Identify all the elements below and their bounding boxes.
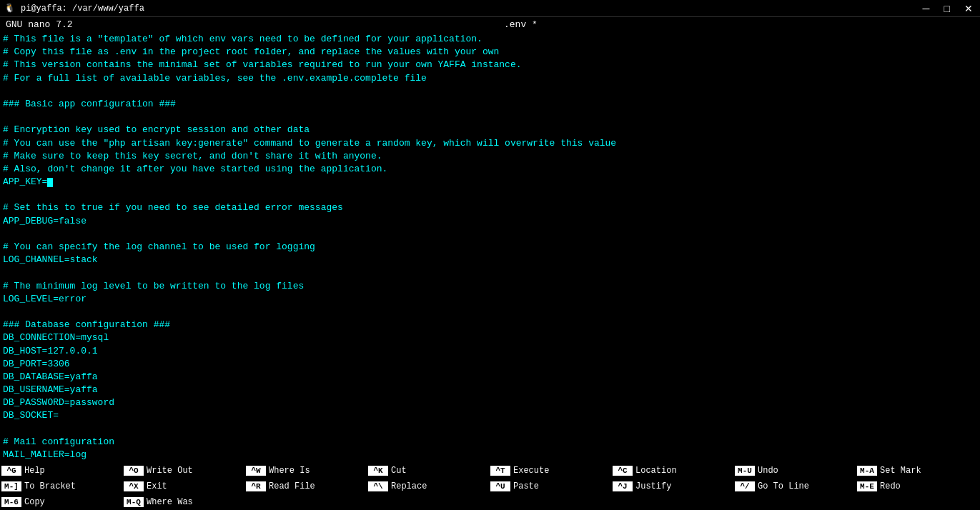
editor-line: DB_USERNAME=yaffa: [3, 384, 98, 395]
shortcut-key: ^W: [246, 466, 266, 476]
editor-line: DB_DATABASE=yaffa: [3, 371, 98, 382]
shortcut-item: ^/Go To Line: [733, 479, 856, 494]
minimize-button[interactable]: ─: [920, 3, 933, 14]
shortcut-label: Read File: [269, 481, 315, 491]
nano-header: GNU nano 7.2 .env *: [0, 17, 980, 31]
shortcut-label: Replace: [391, 481, 427, 491]
shortcut-item: M-UUndo: [733, 463, 856, 479]
shortcut-item: M-ASet Mark: [856, 463, 978, 479]
editor-line: LOG_LEVEL=error: [3, 294, 86, 304]
shortcut-key: ^\: [368, 481, 388, 491]
editor-line: # This file is a "template" of which env…: [3, 34, 482, 44]
editor-line: # Copy this file as .env in the project …: [3, 46, 499, 57]
terminal-icon: 🐧: [4, 3, 15, 14]
shortcut-key: ^/: [735, 481, 755, 491]
title-bar-controls: ─ □ ✕: [920, 3, 976, 14]
title-bar-left: 🐧 pi@yaffa: /var/www/yaffa: [4, 3, 144, 14]
shortcut-key: ^X: [124, 481, 144, 491]
editor-line: ### Basic app configuration ###: [3, 99, 176, 109]
editor-line: MAIL_MAILER=log: [3, 449, 86, 460]
editor-line: APP_KEY=: [3, 176, 53, 187]
shortcut-key: M-Q: [124, 497, 144, 507]
shortcut-item: ^RRead File: [244, 479, 367, 494]
shortcut-label: Redo: [880, 481, 901, 491]
shortcut-item: M-QWhere Was: [122, 494, 244, 510]
shortcut-key: ^U: [490, 481, 510, 491]
shortcut-item: M-ERedo: [856, 479, 978, 494]
shortcut-label: Write Out: [147, 466, 193, 476]
maximize-button[interactable]: □: [941, 3, 953, 14]
shortcut-item: ^GHelp: [0, 463, 122, 479]
shortcut-item: ^KCut: [367, 463, 489, 479]
header-spacer: [969, 19, 974, 30]
editor-line: # This version contains the minimal set …: [3, 59, 522, 70]
nano-version: GNU nano 7.2: [6, 19, 73, 30]
shortcut-item: ^JJustify: [611, 479, 733, 494]
close-button[interactable]: ✕: [961, 3, 976, 14]
editor-line: # Mail configuration: [3, 436, 114, 447]
shortcut-key: ^G: [1, 466, 21, 476]
shortcut-key: M-E: [857, 481, 877, 491]
shortcut-item: ^XExit: [122, 479, 244, 494]
editor-line: DB_CONNECTION=mysql: [3, 332, 109, 343]
editor-line: DB_HOST=127.0.0.1: [3, 346, 98, 356]
shortcut-label: Where Is: [269, 466, 310, 476]
shortcut-label: Copy: [24, 497, 45, 507]
editor-line: # You can specify the log channel to be …: [3, 241, 315, 252]
shortcut-label: Help: [24, 466, 45, 476]
editor-line: # Encryption key used to encrypt session…: [3, 124, 310, 135]
shortcut-key: M-A: [857, 466, 877, 476]
shortcut-label: Where Was: [147, 497, 193, 507]
editor-line: # The minimum log level to be written to…: [3, 281, 304, 291]
shortcut-item: ^CLocation: [611, 463, 733, 479]
shortcut-key: ^O: [124, 466, 144, 476]
shortcut-item: ^WWhere Is: [244, 463, 367, 479]
shortcut-key: ^R: [246, 481, 266, 491]
editor-line: APP_DEBUG=false: [3, 216, 86, 226]
editor-line: DB_PASSWORD=password: [3, 397, 114, 408]
shortcut-item: M-]To Bracket: [0, 479, 122, 494]
shortcut-key: M-U: [735, 466, 755, 476]
editor-line: DB_PORT=3306: [3, 359, 70, 369]
shortcut-key: M-]: [1, 481, 21, 491]
editor-line: # Set this to true if you need to see de…: [3, 202, 343, 213]
shortcut-bar: ^GHelp^OWrite Out^WWhere Is^KCut^TExecut…: [0, 463, 980, 510]
shortcut-label: Go To Line: [758, 481, 809, 491]
shortcut-label: Cut: [391, 466, 407, 476]
title-bar: 🐧 pi@yaffa: /var/www/yaffa ─ □ ✕: [0, 0, 980, 17]
shortcut-label: To Bracket: [24, 481, 76, 491]
editor-line: # Also, don't change it after you have s…: [3, 164, 387, 174]
shortcut-label: Justify: [635, 481, 671, 491]
shortcut-label: Set Mark: [880, 466, 921, 476]
shortcut-item: ^TExecute: [489, 463, 611, 479]
editor-line: # You can use the "php artisan key:gener…: [3, 138, 616, 149]
shortcut-label: Location: [635, 466, 677, 476]
shortcut-key: ^J: [613, 481, 633, 491]
editor-area[interactable]: # This file is a "template" of which env…: [0, 31, 980, 463]
shortcut-item: ^UPaste: [489, 479, 611, 494]
shortcut-label: Paste: [513, 481, 539, 491]
editor-line: LOG_CHANNEL=stack: [3, 254, 98, 265]
editor-line: # For a full list of available variables…: [3, 73, 427, 84]
shortcut-item: ^OWrite Out: [122, 463, 244, 479]
file-name: .env *: [504, 19, 538, 30]
shortcut-label: Exit: [147, 481, 167, 491]
shortcut-key: M-6: [1, 497, 21, 507]
title-bar-path: pi@yaffa: /var/www/yaffa: [21, 4, 144, 14]
shortcut-key: ^C: [613, 466, 633, 476]
shortcut-label: Execute: [513, 466, 549, 476]
editor-line: # Make sure to keep this key secret, and…: [3, 151, 382, 161]
shortcut-label: Undo: [758, 466, 778, 476]
shortcut-key: ^T: [490, 466, 510, 476]
shortcut-item: ^\Replace: [367, 479, 489, 494]
editor-line: DB_SOCKET=: [3, 410, 59, 421]
shortcut-key: ^K: [368, 466, 388, 476]
shortcut-item: M-6Copy: [0, 494, 122, 510]
editor-line: ### Database configuration ###: [3, 319, 170, 330]
